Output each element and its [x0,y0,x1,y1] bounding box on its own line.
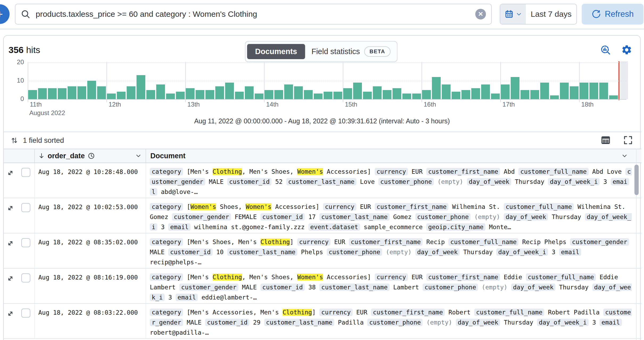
histogram-bar[interactable] [166,94,175,99]
field-name-badge[interactable]: currency [297,238,331,246]
field-name-badge[interactable]: customer_gender [570,238,629,246]
field-name-badge[interactable]: customer_gender [179,284,238,291]
field-name-badge[interactable]: email [600,319,622,326]
field-name-badge[interactable]: customer_last_name [286,178,356,185]
histogram-bar[interactable] [274,90,283,99]
time-range-picker[interactable]: Last 7 days [500,4,577,25]
gear-icon[interactable] [621,44,632,55]
histogram-bar[interactable] [521,90,529,99]
histogram-bar[interactable] [77,86,86,99]
explore-data-icon[interactable] [600,44,611,55]
histogram-bar[interactable] [58,88,67,99]
query-input[interactable]: products.taxless_price >= 60 and categor… [15,4,492,25]
field-name-badge[interactable]: customer_last_name [264,319,334,326]
histogram-bar[interactable] [501,84,510,99]
histogram-bar[interactable] [609,95,618,99]
row-checkbox[interactable] [21,238,30,247]
histogram-bar[interactable] [215,86,224,99]
histogram-bar[interactable] [107,94,116,99]
field-name-badge[interactable]: category [150,309,183,316]
field-name-badge[interactable]: currency [323,203,356,211]
field-name-badge[interactable]: customer_gender [172,213,231,221]
histogram-bar[interactable] [442,84,451,99]
histogram-bar[interactable] [117,92,126,99]
histogram-bar[interactable] [314,94,323,99]
field-name-badge[interactable]: day_of_week [415,248,460,256]
field-name-badge[interactable]: customer_phone [415,213,471,221]
fullscreen-icon[interactable] [623,135,633,145]
field-name-badge[interactable]: currency [375,168,408,175]
histogram-bar[interactable] [294,86,303,99]
tab-documents[interactable]: Documents [247,44,305,59]
histogram-bar[interactable] [540,83,549,99]
histogram-bar[interactable] [87,81,96,99]
field-name-badge[interactable]: customer_id [227,178,271,185]
field-name-badge[interactable]: category [150,273,183,281]
field-name-badge[interactable]: day_of_week_i [548,178,600,185]
histogram-bar[interactable] [127,86,135,99]
histogram-bar[interactable] [393,88,401,99]
field-name-badge[interactable]: customer_full_name [474,309,544,316]
field-name-badge[interactable]: category [150,168,183,175]
histogram-bar[interactable] [511,77,519,99]
histogram-bar[interactable] [471,88,480,99]
field-name-badge[interactable]: customer_id [168,248,212,256]
field-name-badge[interactable]: customer_full_name [526,273,596,281]
histogram-bar[interactable] [373,86,382,99]
histogram-bar[interactable] [235,92,244,99]
row-checkbox[interactable] [21,309,30,318]
field-name-badge[interactable]: email [176,294,198,301]
histogram-bar[interactable] [284,84,293,99]
field-name-badge[interactable]: customer_phone [423,284,478,291]
histogram-bar[interactable] [205,90,214,99]
histogram-bar[interactable] [333,92,342,99]
field-name-badge[interactable]: customer_phone [378,178,434,185]
histogram-bar[interactable] [570,86,579,99]
histogram[interactable]: August 2022 0102011th12th13th14th15th16t… [4,61,641,120]
histogram-bar[interactable] [38,88,47,99]
histogram-bar[interactable] [580,83,588,99]
histogram-bar[interactable] [343,88,352,99]
add-filter-button[interactable]: + [0,4,10,24]
field-name-badge[interactable]: day_of_week [456,319,500,326]
field-name-badge[interactable]: currency [375,273,408,281]
histogram-bar[interactable] [225,83,234,99]
field-name-badge[interactable]: category [150,203,183,211]
time-range-label[interactable]: Last 7 days [526,4,576,24]
histogram-bar[interactable] [481,84,490,99]
histogram-bar[interactable] [530,90,539,99]
field-name-badge[interactable]: customer_first_name [426,168,500,175]
field-name-badge[interactable]: customer_last_name [319,284,389,291]
field-name-badge[interactable]: customer_first_name [371,309,445,316]
grid-header-document[interactable]: Document [146,149,641,163]
histogram-bar[interactable] [560,83,569,99]
histogram-bar[interactable] [383,90,391,99]
histogram-bar[interactable] [176,92,185,99]
histogram-bar[interactable] [491,94,500,99]
histogram-bar[interactable] [245,86,254,99]
field-name-badge[interactable]: customer_full_name [448,238,518,246]
expand-document-icon[interactable] [6,204,14,212]
expand-document-icon[interactable] [6,169,14,177]
field-name-badge[interactable]: day_of_week [467,178,511,185]
histogram-bar[interactable] [324,92,332,99]
histogram-bar[interactable] [146,90,155,99]
field-name-badge[interactable]: day_of_week_i [537,319,589,326]
field-name-badge[interactable]: geoip.city_name [426,223,485,231]
field-name-badge[interactable]: day_of_week [504,213,548,221]
histogram-bar[interactable] [353,83,362,99]
date-picker-menu-button[interactable] [500,4,526,24]
field-name-badge[interactable]: currency [319,309,353,316]
histogram-bar[interactable] [550,95,559,99]
grid-header-order-date[interactable]: order_date [34,149,146,163]
histogram-bar[interactable] [48,88,57,99]
field-name-badge[interactable]: customer_first_name [375,203,448,211]
expand-document-icon[interactable] [6,274,14,282]
field-name-badge[interactable]: customer_first_name [349,238,423,246]
display-options-icon[interactable] [600,135,611,145]
histogram-bar[interactable] [599,83,608,99]
expand-document-icon[interactable] [6,239,14,247]
histogram-bar[interactable] [432,77,441,99]
field-name-badge[interactable]: customer_full_name [518,168,588,175]
histogram-bar[interactable] [156,84,165,99]
